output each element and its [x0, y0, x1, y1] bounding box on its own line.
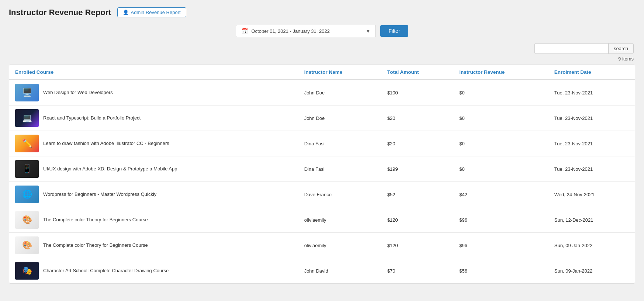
instructor-name-cell: Dina Fasi — [298, 156, 381, 182]
items-count: 9 items — [9, 56, 635, 62]
total-amount-cell: $20 — [381, 105, 453, 131]
instructor-name-cell: John David — [298, 258, 381, 284]
thumbnail-icon: ✏️ — [15, 135, 39, 152]
table-row: ✏️ Learn to draw fashion with Adobe Illu… — [9, 131, 635, 156]
instructor-revenue-cell: $96 — [453, 233, 548, 258]
course-cell: 🎨 The Complete color Theory for Beginner… — [9, 233, 298, 258]
course-name: Wordpress for Beginners - Master Wordpre… — [43, 191, 156, 198]
search-row: search — [9, 43, 635, 54]
page-wrapper: Instructor Revenue Report 👤 Admin Revenu… — [0, 0, 644, 301]
course-cell: 🎨 The Complete color Theory for Beginner… — [9, 207, 298, 233]
course-cell: 🖥️ Web Design for Web Developers — [9, 80, 298, 105]
table-row: 🎭 Character Art School: Complete Charact… — [9, 258, 635, 284]
instructor-name-cell: Dave Franco — [298, 182, 381, 207]
course-info: ✏️ Learn to draw fashion with Adobe Illu… — [15, 135, 292, 152]
instructor-revenue-cell: $96 — [453, 207, 548, 233]
course-info: 📱 UI/UX design with Adobe XD: Design & P… — [15, 160, 292, 178]
course-info: 🎨 The Complete color Theory for Beginner… — [15, 236, 292, 254]
total-amount-cell: $52 — [381, 182, 453, 207]
instructor-revenue-cell: $42 — [453, 182, 548, 207]
course-thumbnail: 💻 — [15, 109, 39, 127]
revenue-table: Enrolled Course Instructor Name Total Am… — [9, 65, 635, 283]
table-row: 🖥️ Web Design for Web Developers John Do… — [9, 80, 635, 105]
instructor-revenue-cell: $0 — [453, 131, 548, 156]
table-container: Enrolled Course Instructor Name Total Am… — [9, 65, 635, 284]
search-button[interactable]: search — [608, 43, 634, 54]
course-info: 🖥️ Web Design for Web Developers — [15, 84, 292, 101]
course-thumbnail: 🌐 — [15, 186, 39, 203]
course-info: 🎨 The Complete color Theory for Beginner… — [15, 211, 292, 229]
calendar-icon: 📅 — [241, 28, 248, 34]
enrolment-date-cell: Tue, 23-Nov-2021 — [548, 131, 635, 156]
course-cell: 🌐 Wordpress for Beginners - Master Wordp… — [9, 182, 298, 207]
filter-button[interactable]: Filter — [380, 25, 408, 37]
thumbnail-icon: 🖥️ — [15, 84, 39, 101]
course-name: The Complete color Theory for Beginners … — [43, 217, 148, 223]
course-info: 🎭 Character Art School: Complete Charact… — [15, 262, 292, 280]
enrolment-date-cell: Sun, 09-Jan-2022 — [548, 258, 635, 284]
table-row: 💻 React and Typescript: Build a Portfoli… — [9, 105, 635, 131]
search-input[interactable] — [534, 43, 608, 54]
course-name: React and Typescript: Build a Portfolio … — [43, 115, 141, 121]
col-header-enrolment-date: Enrolment Date — [548, 65, 635, 80]
instructor-revenue-cell: $0 — [453, 156, 548, 182]
course-thumbnail: ✏️ — [15, 135, 39, 152]
table-header-row: Enrolled Course Instructor Name Total Am… — [9, 65, 635, 80]
admin-revenue-report-button[interactable]: 👤 Admin Revenue Report — [117, 7, 186, 17]
instructor-revenue-cell: $56 — [453, 258, 548, 284]
col-header-enrolled-course: Enrolled Course — [9, 65, 298, 80]
table-row: 🌐 Wordpress for Beginners - Master Wordp… — [9, 182, 635, 207]
course-thumbnail: 🖥️ — [15, 84, 39, 101]
total-amount-cell: $100 — [381, 80, 453, 105]
chevron-down-icon: ▼ — [366, 28, 371, 34]
enrolment-date-cell: Tue, 23-Nov-2021 — [548, 105, 635, 131]
table-row: 📱 UI/UX design with Adobe XD: Design & P… — [9, 156, 635, 182]
date-range-picker[interactable]: 📅 October 01, 2021 - January 31, 2022 ▼ — [236, 25, 376, 37]
enrolment-date-cell: Tue, 23-Nov-2021 — [548, 80, 635, 105]
thumbnail-icon: 🎭 — [15, 262, 39, 280]
course-cell: 💻 React and Typescript: Build a Portfoli… — [9, 105, 298, 131]
instructor-name-cell: oliviaemily — [298, 207, 381, 233]
enrolment-date-cell: Tue, 23-Nov-2021 — [548, 156, 635, 182]
enrolment-date-cell: Sun, 09-Jan-2022 — [548, 233, 635, 258]
total-amount-cell: $20 — [381, 131, 453, 156]
table-row: 🎨 The Complete color Theory for Beginner… — [9, 207, 635, 233]
course-name: UI/UX design with Adobe XD: Design & Pro… — [43, 166, 177, 172]
total-amount-cell: $199 — [381, 156, 453, 182]
header-row: Instructor Revenue Report 👤 Admin Revenu… — [9, 7, 635, 17]
thumbnail-icon: 🎨 — [15, 236, 39, 254]
col-header-instructor-name: Instructor Name — [298, 65, 381, 80]
thumbnail-icon: 🎨 — [15, 211, 39, 229]
instructor-revenue-cell: $0 — [453, 80, 548, 105]
filter-row: 📅 October 01, 2021 - January 31, 2022 ▼ … — [9, 25, 635, 37]
user-icon: 👤 — [123, 10, 129, 15]
course-thumbnail: 📱 — [15, 160, 39, 178]
instructor-name-cell: oliviaemily — [298, 233, 381, 258]
thumbnail-icon: 🌐 — [15, 186, 39, 203]
course-name: Learn to draw fashion with Adobe Illustr… — [43, 140, 169, 147]
page-title: Instructor Revenue Report — [9, 8, 111, 17]
col-header-total-amount: Total Amount — [381, 65, 453, 80]
col-header-instructor-revenue: Instructor Revenue — [453, 65, 548, 80]
enrolment-date-cell: Sun, 12-Dec-2021 — [548, 207, 635, 233]
course-thumbnail: 🎨 — [15, 211, 39, 229]
enrolment-date-cell: Wed, 24-Nov-2021 — [548, 182, 635, 207]
course-cell: ✏️ Learn to draw fashion with Adobe Illu… — [9, 131, 298, 156]
course-name: Web Design for Web Developers — [43, 89, 113, 96]
course-name: Character Art School: Complete Character… — [43, 267, 169, 274]
table-row: 🎨 The Complete color Theory for Beginner… — [9, 233, 635, 258]
course-cell: 🎭 Character Art School: Complete Charact… — [9, 258, 298, 284]
course-info: 🌐 Wordpress for Beginners - Master Wordp… — [15, 186, 292, 203]
instructor-name-cell: Dina Fasi — [298, 131, 381, 156]
instructor-revenue-cell: $0 — [453, 105, 548, 131]
course-thumbnail: 🎭 — [15, 262, 39, 280]
total-amount-cell: $120 — [381, 233, 453, 258]
course-cell: 📱 UI/UX design with Adobe XD: Design & P… — [9, 156, 298, 182]
course-info: 💻 React and Typescript: Build a Portfoli… — [15, 109, 292, 127]
total-amount-cell: $120 — [381, 207, 453, 233]
total-amount-cell: $70 — [381, 258, 453, 284]
thumbnail-icon: 💻 — [15, 109, 39, 127]
course-thumbnail: 🎨 — [15, 236, 39, 254]
thumbnail-icon: 📱 — [15, 160, 39, 178]
instructor-name-cell: John Doe — [298, 105, 381, 131]
